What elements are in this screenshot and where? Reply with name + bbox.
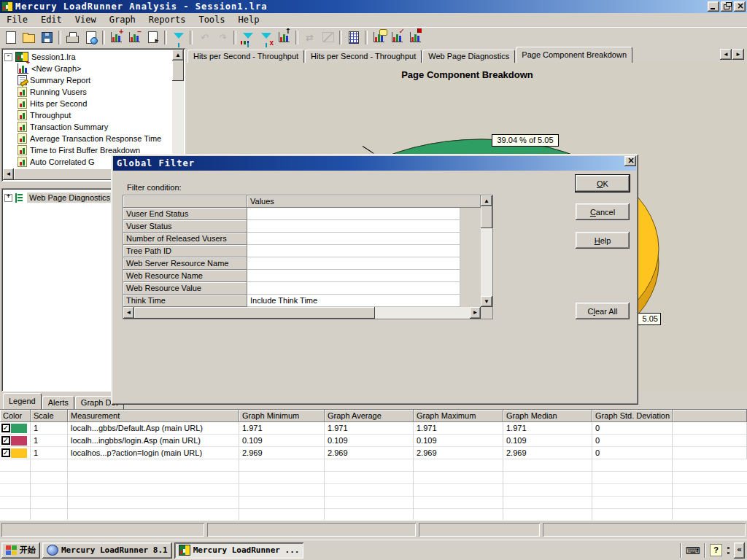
tree-item[interactable]: Average Transaction Response Time — [18, 133, 161, 144]
cross-with-result-button[interactable] — [301, 29, 319, 46]
close-button[interactable] — [734, 1, 746, 12]
undo-button[interactable] — [195, 29, 213, 46]
cancel-button[interactable]: Cancel — [576, 203, 630, 220]
tab-hits-throughput-2[interactable]: Hits per Second - Throughput — [305, 50, 422, 63]
print-button[interactable] — [63, 29, 82, 46]
tree-item[interactable]: Hits per Second — [18, 98, 161, 109]
scroll-left-icon[interactable]: ◄ — [3, 168, 14, 180]
filter-value-cell[interactable]: Include Think Time — [247, 295, 460, 307]
scroll-thumb[interactable] — [172, 61, 184, 81]
ime-help-icon[interactable]: ? — [710, 544, 722, 556]
collapse-tray-button[interactable]: « — [734, 542, 745, 559]
tab-legend[interactable]: Legend — [3, 393, 42, 409]
legend-header-std[interactable]: Graph Std. Deviation — [592, 410, 673, 422]
tree-expand-toggle[interactable]: + — [4, 194, 12, 202]
legend-header-scale[interactable]: Scale — [31, 410, 68, 422]
print-preview-button[interactable] — [82, 29, 100, 46]
scroll-left-icon[interactable]: ◄ — [123, 307, 134, 319]
menu-item[interactable]: Graph — [103, 13, 142, 27]
legend-header-min[interactable]: Graph Minimum — [239, 410, 325, 422]
legend-header-median[interactable]: Graph Median — [503, 410, 592, 422]
filter-value-cell[interactable] — [247, 270, 460, 282]
tree-item[interactable]: Transaction Summary — [18, 121, 161, 133]
menu-item[interactable]: Reports — [142, 13, 193, 27]
legend-header-avg[interactable]: Graph Average — [325, 410, 414, 422]
filter-value-cell[interactable] — [247, 245, 460, 257]
scroll-up-icon[interactable]: ▲ — [172, 50, 184, 61]
tab-page-component-breakdown[interactable]: Page Component Breakdown — [516, 47, 632, 63]
edit-graph-button[interactable] — [144, 29, 162, 46]
auto-correlate-button[interactable] — [319, 29, 337, 46]
set-filter-button[interactable] — [169, 29, 187, 46]
scroll-thumb[interactable] — [14, 168, 123, 180]
filter-value-cell[interactable] — [247, 282, 460, 295]
legend-header-color[interactable]: Color — [0, 410, 31, 422]
tab-alerts[interactable]: Alerts — [42, 396, 74, 409]
tree-collapse-toggle[interactable]: - — [4, 53, 12, 61]
filter-value-cell[interactable] — [247, 220, 460, 233]
scroll-right-icon[interactable]: ► — [470, 307, 481, 319]
scroll-down-icon[interactable]: ▼ — [481, 296, 492, 307]
tree-item[interactable]: Throughput — [18, 109, 161, 121]
menu-item[interactable]: Help — [232, 13, 266, 27]
html-report-button[interactable] — [344, 29, 363, 46]
legend-checkbox[interactable]: ✓ — [1, 424, 10, 432]
filter-value-cell[interactable] — [247, 233, 460, 245]
filter-hscrollbar[interactable]: ◄ ► — [123, 307, 481, 319]
analyze-graph-button[interactable] — [388, 29, 406, 46]
scroll-thumb[interactable] — [134, 307, 375, 319]
task-loadrunner-controller[interactable]: Mercury LoadRunner 8.1 — [42, 542, 172, 559]
restore-button[interactable] — [721, 1, 732, 12]
delete-graph-button[interactable] — [125, 29, 144, 46]
tab-hits-throughput-1[interactable]: Hits per Second - Throughput — [187, 50, 304, 63]
clear-filter-button[interactable] — [257, 29, 275, 46]
status-panel — [207, 523, 416, 537]
legend-checkbox[interactable]: ✓ — [1, 448, 10, 457]
merge-graphs-button[interactable] — [275, 29, 293, 46]
tab-scroll-left-icon[interactable]: ◄ — [720, 49, 732, 60]
flag-graph-button[interactable] — [406, 29, 425, 46]
ime-mini-icon[interactable] — [726, 545, 730, 556]
help-button[interactable]: Help — [576, 232, 630, 249]
web-diagnostics-row[interactable]: + Web Page Diagnostics — [4, 192, 112, 203]
filter-value-cell[interactable] — [247, 208, 460, 220]
new-session-button[interactable] — [1, 29, 20, 46]
save-button[interactable] — [38, 29, 56, 46]
ok-button[interactable]: OK — [576, 175, 630, 192]
filter-value-cell[interactable] — [247, 257, 460, 270]
tree-root-row[interactable]: - Session1.lra — [4, 51, 76, 63]
legend-checkbox[interactable]: ✓ — [1, 436, 10, 445]
Think Time: Think Time Include Think Time — [123, 295, 481, 307]
open-button[interactable] — [20, 29, 38, 46]
task-loadrunner-analysis[interactable]: Mercury LoadRunner ... — [174, 542, 304, 559]
graph-icon — [18, 122, 27, 132]
toolbar-icon — [129, 32, 140, 42]
menu-item[interactable]: Tools — [192, 13, 231, 27]
start-button[interactable]: 开始 — [1, 542, 40, 559]
legend-median: 2.969 — [503, 447, 592, 459]
redo-button[interactable] — [213, 29, 231, 46]
filter-vscrollbar[interactable]: ▲ ▼ — [481, 195, 492, 307]
tab-web-page-diagnostics[interactable]: Web Page Diagnostics — [422, 50, 515, 63]
clear-all-button[interactable]: Clear All — [576, 303, 630, 319]
add-graph-button[interactable] — [107, 29, 125, 46]
menu-item[interactable]: File — [0, 13, 34, 27]
legend-min: 1.971 — [239, 422, 325, 435]
global-filter-button[interactable] — [239, 29, 257, 46]
legend-header-measurement[interactable]: Measurement — [68, 410, 239, 422]
minimize-button[interactable] — [708, 1, 719, 12]
summary-report-button[interactable] — [370, 29, 388, 46]
legend-header-max[interactable]: Graph Maximum — [414, 410, 503, 422]
menu-item[interactable]: View — [69, 13, 103, 27]
scroll-up-icon[interactable]: ▲ — [481, 195, 492, 206]
dialog-close-button[interactable] — [624, 156, 636, 166]
scroll-thumb[interactable] — [481, 206, 492, 228]
tree-vscrollbar[interactable]: ▲ ▼ — [172, 50, 184, 168]
menu-item[interactable]: Edit — [34, 13, 69, 27]
tree-item[interactable]: <New Graph> — [18, 63, 161, 74]
tab-scroll-right-icon[interactable]: ► — [732, 49, 744, 60]
keyboard-icon[interactable]: ⌨ — [686, 545, 700, 556]
tree-item[interactable]: Running Vusers — [18, 86, 161, 98]
toolbar-icon — [200, 32, 208, 43]
tree-item[interactable]: Summary Report — [18, 74, 161, 86]
